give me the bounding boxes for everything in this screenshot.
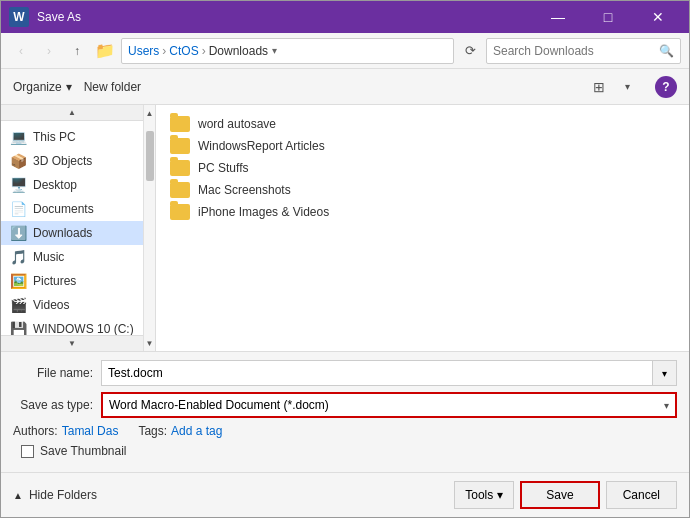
toolbar: Organize ▾ New folder ⊞ ▾ ? [1,69,689,105]
file-name: word autosave [198,117,276,131]
savetype-label: Save as type: [13,398,93,412]
view-chevron-button[interactable]: ▾ [615,75,639,99]
help-button[interactable]: ? [655,76,677,98]
search-bar[interactable]: 🔍 [486,38,681,64]
form-area: File name: ▾ Save as type: Word Macro-En… [1,351,689,472]
sidebar-item-3dobjects[interactable]: 📦 3D Objects [1,149,143,173]
downloads-icon: ⬇️ [9,224,27,242]
toolbar-right: ⊞ ▾ ? [587,75,677,99]
main-content: ▲ 💻 This PC 📦 3D Objects 🖥️ Desktop [1,105,689,351]
sidebar-item-downloads[interactable]: ⬇️ Downloads [1,221,143,245]
app-icon: W [9,7,29,27]
back-button[interactable]: ‹ [9,39,33,63]
folder-icon [170,204,190,220]
authors-item: Authors: Tamal Das [13,424,118,438]
file-name: iPhone Images & Videos [198,205,329,219]
sidebar-scroll-up[interactable]: ▲ [1,105,143,121]
up-button[interactable]: ↑ [65,39,89,63]
sidebar-label-downloads: Downloads [33,226,92,240]
thumbnail-row: Save Thumbnail [13,444,677,458]
windows-c-icon: 💾 [9,320,27,335]
folder-icon [170,160,190,176]
file-list: word autosave WindowsReport Articles PC … [156,105,689,351]
hide-folders-button[interactable]: ▲ Hide Folders [13,488,97,502]
sidebar-item-videos[interactable]: 🎬 Videos [1,293,143,317]
folder-icon [170,182,190,198]
savetype-select[interactable]: Word Macro-Enabled Document (*.docm) ▾ [101,392,677,418]
savetype-arrow-icon: ▾ [664,400,669,411]
videos-icon: 🎬 [9,296,27,314]
folder-icon [170,138,190,154]
filename-row: File name: ▾ [13,360,677,386]
list-item[interactable]: iPhone Images & Videos [164,201,681,223]
desktop-icon: 🖥️ [9,176,27,194]
window-controls: — □ ✕ [535,1,681,33]
breadcrumb-users[interactable]: Users [128,44,159,58]
breadcrumb-current: Downloads [209,44,268,58]
cancel-button[interactable]: Cancel [606,481,677,509]
sidebar-item-music[interactable]: 🎵 Music [1,245,143,269]
sidebar-label-3dobjects: 3D Objects [33,154,92,168]
action-bar: ▲ Hide Folders Tools ▾ Save Cancel [1,472,689,517]
minimize-button[interactable]: — [535,1,581,33]
new-folder-button[interactable]: New folder [84,80,141,94]
this-pc-icon: 💻 [9,128,27,146]
view-options-button[interactable]: ⊞ [587,75,611,99]
breadcrumb-arrow: ▾ [272,45,277,56]
organize-button[interactable]: Organize ▾ [13,80,72,94]
documents-icon: 📄 [9,200,27,218]
scrollbar-thumb[interactable] [146,131,154,181]
tags-label: Tags: [138,424,167,438]
sidebar-label-documents: Documents [33,202,94,216]
folder-icon [170,116,190,132]
filename-input[interactable] [101,360,653,386]
hide-folders-chevron-icon: ▲ [13,490,23,501]
scrollbar-down-arrow[interactable]: ▼ [144,335,156,351]
scrollbar-up-arrow[interactable]: ▲ [144,105,156,121]
thumbnail-label: Save Thumbnail [40,444,127,458]
list-item[interactable]: PC Stuffs [164,157,681,179]
thumbnail-checkbox[interactable] [21,445,34,458]
file-name: Mac Screenshots [198,183,291,197]
sidebar-item-desktop[interactable]: 🖥️ Desktop [1,173,143,197]
3dobjects-icon: 📦 [9,152,27,170]
scrollbar-track [144,121,156,335]
search-icon: 🔍 [659,44,674,58]
list-item[interactable]: Mac Screenshots [164,179,681,201]
close-button[interactable]: ✕ [635,1,681,33]
save-button[interactable]: Save [520,481,599,509]
search-input[interactable] [493,44,659,58]
sidebar-item-pictures[interactable]: 🖼️ Pictures [1,269,143,293]
list-item[interactable]: word autosave [164,113,681,135]
tags-value[interactable]: Add a tag [171,424,222,438]
sidebar-label-thispc: This PC [33,130,76,144]
sidebar-scrollbar: ▲ ▼ [143,105,155,351]
sidebar: 💻 This PC 📦 3D Objects 🖥️ Desktop 📄 Docu… [1,121,143,335]
breadcrumb-ctos[interactable]: CtOS [169,44,198,58]
sidebar-label-windows-c: WINDOWS 10 (C:) [33,322,134,335]
sidebar-scroll-down[interactable]: ▼ [1,335,143,351]
forward-button[interactable]: › [37,39,61,63]
file-name: WindowsReport Articles [198,139,325,153]
breadcrumb[interactable]: Users › CtOS › Downloads ▾ [121,38,454,64]
sidebar-label-music: Music [33,250,64,264]
organize-chevron-icon: ▾ [66,80,72,94]
authors-value[interactable]: Tamal Das [62,424,119,438]
tools-button[interactable]: Tools ▾ [454,481,514,509]
maximize-button[interactable]: □ [585,1,631,33]
refresh-button[interactable]: ⟳ [458,38,482,64]
nav-folder-icon: 📁 [93,39,117,63]
music-icon: 🎵 [9,248,27,266]
tools-arrow-icon: ▾ [497,488,503,502]
savetype-value: Word Macro-Enabled Document (*.docm) [109,398,329,412]
meta-row: Authors: Tamal Das Tags: Add a tag [13,424,677,438]
filename-dropdown-btn[interactable]: ▾ [653,360,677,386]
authors-label: Authors: [13,424,58,438]
sidebar-item-windows-c[interactable]: 💾 WINDOWS 10 (C:) [1,317,143,335]
sidebar-item-documents[interactable]: 📄 Documents [1,197,143,221]
window-title: Save As [37,10,535,24]
hide-folders-label: Hide Folders [29,488,97,502]
navigation-bar: ‹ › ↑ 📁 Users › CtOS › Downloads ▾ ⟳ 🔍 [1,33,689,69]
list-item[interactable]: WindowsReport Articles [164,135,681,157]
sidebar-item-thispc[interactable]: 💻 This PC [1,125,143,149]
